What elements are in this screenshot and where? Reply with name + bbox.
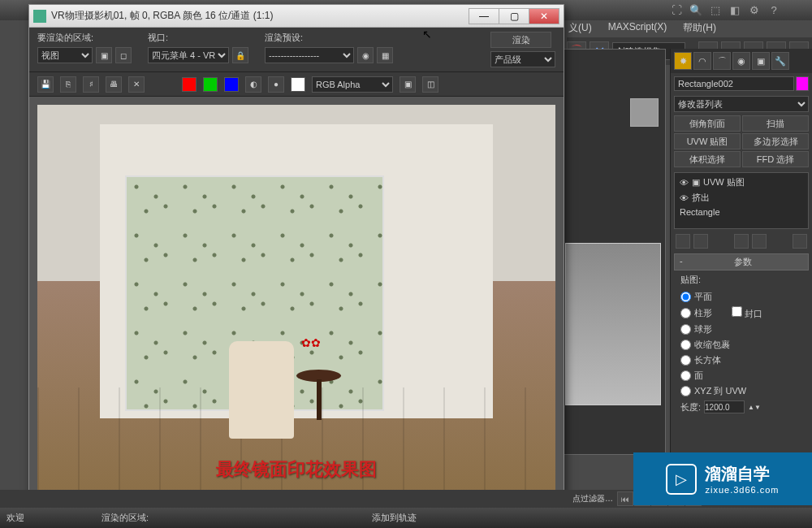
close-button[interactable]: ✕ [529,8,559,24]
viewport-background[interactable] [560,49,666,455]
status-bar: 欢迎 渲染的区域: 添加到轨迹 [0,508,812,528]
map-sphere-radio[interactable] [680,324,691,335]
tool-icon[interactable]: ⛶ [670,4,683,17]
alpha-toggle[interactable]: ◐ [245,76,261,93]
mapping-label: 贴图: [680,274,802,286]
copy-icon[interactable]: ⎘ [60,76,76,93]
green-channel-toggle[interactable] [203,77,218,92]
rollout-header[interactable]: -参数 [674,253,809,270]
clone-icon[interactable]: ♯ [83,76,99,93]
clear-icon[interactable]: ✕ [128,76,145,93]
modifier-buttons: 倒角剖面 扫描 UVW 贴图 多边形选择 体积选择 FFD 选择 [671,114,812,169]
tool-icon[interactable]: ⚙ [748,4,761,17]
modifier-stack[interactable]: 👁▣UVW 贴图 👁挤出 Rectangle [674,172,809,229]
tool-icon[interactable]: ◧ [728,4,741,17]
spinner-arrows[interactable]: ▲▼ [748,404,761,411]
modify-tab[interactable]: ◠ [693,52,711,70]
map-shrink-radio[interactable] [680,340,691,350]
viewport-preview [565,243,661,405]
crop-icon[interactable]: ◻ [115,47,132,63]
params-rollout: -参数 贴图: 平面 柱形 封口 球形 收缩包裹 长方体 面 XYZ 到 UVW… [674,253,809,418]
modifier-button[interactable]: 体积选择 [674,151,741,167]
help-icon[interactable]: ? [767,4,780,17]
map-cylinder-radio[interactable] [680,308,691,318]
render-frame-buffer-window: VR物理摄影机01, 帧 0, RGBA 颜色 16 位/通道 (1:1) — … [28,4,564,506]
settings-icon[interactable]: ▦ [377,47,393,63]
viewport-label: 视口: [148,32,248,44]
render-caption: 最终镜面印花效果图 [216,457,377,482]
maximize-button[interactable]: ▢ [499,8,529,24]
stack-item: Rectangle [676,206,806,219]
map-face-radio[interactable] [680,370,691,381]
modifier-button[interactable]: 倒角剖面 [674,115,741,132]
modifier-list-dropdown[interactable]: 修改器列表 [674,96,809,112]
rfb-titlebar[interactable]: VR物理摄影机01, 帧 0, RGBA 颜色 16 位/通道 (1:1) — … [29,5,564,28]
mono-toggle[interactable]: ● [268,76,284,93]
status-welcome: 欢迎 [6,512,24,524]
length-spinner[interactable] [704,400,745,413]
modifier-button[interactable]: 多边形选择 [742,133,809,149]
print-icon[interactable]: 🖶 [106,76,122,93]
utilities-tab[interactable]: 🔧 [771,52,789,70]
minimize-button[interactable]: — [469,8,499,24]
preset-label: 渲染预设: [265,32,393,44]
tool-icon[interactable]: ⬚ [709,4,722,17]
modifier-button[interactable]: 扫描 [742,115,809,132]
map-box-radio[interactable] [680,355,691,366]
modifier-button[interactable]: UVW 贴图 [674,133,741,149]
split-icon[interactable]: ◫ [422,76,438,93]
app-icon [33,10,46,23]
pin-stack-icon[interactable] [676,234,690,249]
menu-item[interactable]: 帮助(H) [683,21,716,35]
object-name-input[interactable] [674,76,794,91]
blue-channel-toggle[interactable] [224,77,239,92]
region-icon[interactable]: ▣ [96,47,112,63]
command-panel-tabs: ✸ ◠ ⌒ ◉ ▣ 🔧 [671,49,812,73]
show-result-icon[interactable] [693,234,708,249]
play-logo-icon: ▷ [666,464,697,495]
cap-checkbox[interactable] [732,306,742,317]
make-unique-icon[interactable] [734,234,749,249]
red-channel-toggle[interactable] [182,77,197,92]
overlay-icon[interactable]: ▣ [400,76,416,93]
white-swatch[interactable] [291,77,305,92]
hierarchy-tab[interactable]: ⌒ [713,52,731,70]
goto-start-icon[interactable]: ⏮ [617,491,633,506]
modifier-button[interactable]: FFD 选择 [742,151,809,167]
map-planar-radio[interactable] [680,292,691,302]
menu-item[interactable]: 义(U) [568,21,592,35]
display-tab[interactable]: ▣ [752,52,770,70]
length-label: 长度: [680,401,701,413]
create-tab[interactable]: ✸ [674,52,692,70]
save-icon[interactable]: 💾 [37,76,54,93]
stack-item: 👁▣UVW 贴图 [676,175,806,190]
channel-dropdown[interactable]: RGB Alpha [312,76,393,93]
watermark: ▷ 溜溜自学 zixue.3d66.com [633,452,812,505]
viewport-dropdown[interactable]: 四元菜单 4 - VR‡ [148,47,229,63]
stack-item: 👁挤出 [676,190,806,206]
render-viewport[interactable]: 最终镜面印花效果图 [29,97,564,505]
watermark-title: 溜溜自学 [705,463,779,485]
map-xyz-radio[interactable] [680,386,691,396]
tool-icon[interactable]: 🔍 [689,4,702,17]
rendered-image: 最终镜面印花效果图 [37,105,555,497]
window-title: VR物理摄影机01, 帧 0, RGBA 颜色 16 位/通道 (1:1) [51,9,469,23]
menu-item[interactable]: MAXScript(X) [608,21,667,35]
configure-icon[interactable] [793,234,807,249]
status-render: 渲染的区域: [102,512,149,524]
status-add: 添加到轨迹 [372,512,417,524]
motion-tab[interactable]: ◉ [732,52,750,70]
rfb-toolbar-channels: 💾 ⎘ ♯ 🖶 ✕ ◐ ● RGB Alpha ▣ ◫ [29,72,564,97]
watermark-url: zixue.3d66.com [705,485,779,495]
object-color-swatch[interactable] [796,76,809,91]
production-dropdown[interactable]: 产品级 [490,51,555,67]
preset-icon[interactable]: ◉ [357,47,374,63]
stack-toolbar [671,232,812,250]
lock-icon[interactable]: 🔒 [232,47,248,63]
remove-mod-icon[interactable] [752,234,767,249]
render-area-dropdown[interactable]: 视图 [37,47,93,63]
preset-dropdown[interactable]: ----------------- [265,47,354,63]
filter-label[interactable]: 点过滤器… [572,493,613,504]
viewcube[interactable] [630,98,659,127]
render-button[interactable]: 渲染 [490,32,551,48]
